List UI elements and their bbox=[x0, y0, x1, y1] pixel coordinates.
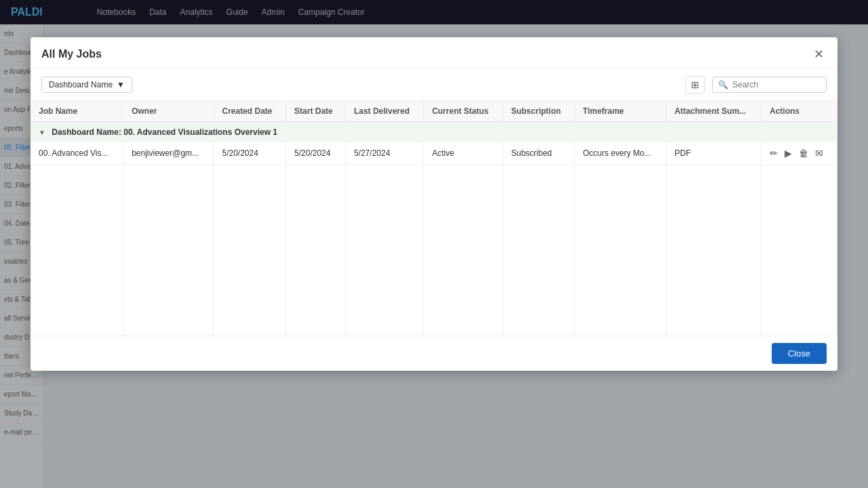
col-created-date: Created Date bbox=[214, 101, 286, 122]
search-box: 🔍 bbox=[712, 77, 827, 93]
cell-actions: ✏ ▶ 🗑 ✉ bbox=[762, 142, 837, 165]
group-toggle-icon[interactable]: ▼ bbox=[39, 129, 45, 136]
modal-toolbar: Dashboard Name ▼ ⊞ 🔍 bbox=[31, 69, 837, 101]
col-start-date: Start Date bbox=[286, 101, 346, 122]
empty-row-2 bbox=[31, 189, 837, 214]
empty-row-5 bbox=[31, 262, 837, 287]
table-body: ▼ Dashboard Name: 00. Advanced Visualiza… bbox=[31, 122, 837, 336]
modal-close-button[interactable]: ✕ bbox=[811, 47, 827, 62]
empty-row-1 bbox=[31, 165, 837, 189]
close-button[interactable]: Close bbox=[772, 343, 827, 364]
filter-dropdown-icon: ▼ bbox=[117, 80, 125, 89]
filter-label: Dashboard Name bbox=[49, 80, 113, 89]
columns-icon: ⊞ bbox=[691, 79, 699, 90]
col-job-name: Job Name bbox=[31, 101, 123, 122]
all-my-jobs-modal: All My Jobs ✕ Dashboard Name ▼ ⊞ 🔍 bbox=[31, 37, 837, 371]
modal-title: All My Jobs bbox=[41, 48, 102, 60]
col-subscription: Subscription bbox=[502, 101, 574, 122]
cell-created-date: 5/20/2024 bbox=[214, 142, 286, 165]
col-owner: Owner bbox=[123, 101, 214, 122]
col-attachment-sum: Attachment Sum... bbox=[666, 101, 761, 122]
table-row: 00. Advanced Vis... benjiviewer@gm... 5/… bbox=[31, 142, 837, 165]
cell-start-date: 5/20/2024 bbox=[286, 142, 346, 165]
cell-current-status: Active bbox=[424, 142, 503, 165]
filter-button[interactable]: Dashboard Name ▼ bbox=[41, 77, 132, 93]
search-icon: 🔍 bbox=[718, 80, 728, 89]
cell-subscription: Subscribed bbox=[502, 142, 574, 165]
empty-row-6 bbox=[31, 287, 837, 311]
empty-row-4 bbox=[31, 238, 837, 262]
cell-owner: benjiviewer@gm... bbox=[123, 142, 214, 165]
cell-job-name: 00. Advanced Vis... bbox=[31, 142, 123, 165]
modal-header: All My Jobs ✕ bbox=[31, 37, 837, 69]
group-row: ▼ Dashboard Name: 00. Advanced Visualiza… bbox=[31, 122, 837, 143]
col-current-status: Current Status bbox=[424, 101, 503, 122]
toolbar-right: ⊞ 🔍 bbox=[685, 76, 827, 94]
col-timeframe: Timeframe bbox=[574, 101, 666, 122]
edit-icon[interactable]: ✏ bbox=[770, 148, 778, 159]
group-row-cell: ▼ Dashboard Name: 00. Advanced Visualiza… bbox=[31, 122, 837, 143]
modal-footer: Close bbox=[31, 336, 837, 371]
empty-row-3 bbox=[31, 214, 837, 238]
delete-icon[interactable]: 🗑 bbox=[799, 148, 808, 159]
cell-last-delivered: 5/27/2024 bbox=[345, 142, 423, 165]
columns-toggle-button[interactable]: ⊞ bbox=[685, 76, 705, 94]
email-icon[interactable]: ✉ bbox=[815, 148, 823, 159]
table-container: Job Name Owner Created Date Start Date L… bbox=[31, 101, 837, 336]
col-last-delivered: Last Delivered bbox=[345, 101, 423, 122]
empty-row-7 bbox=[31, 311, 837, 336]
cell-attachment-sum: PDF bbox=[666, 142, 761, 165]
action-icons: ✏ ▶ 🗑 ✉ bbox=[770, 148, 829, 159]
col-actions: Actions bbox=[762, 101, 837, 122]
jobs-table: Job Name Owner Created Date Start Date L… bbox=[31, 101, 837, 336]
cell-timeframe: Occurs every Mo... bbox=[574, 142, 666, 165]
modal-overlay: All My Jobs ✕ Dashboard Name ▼ ⊞ 🔍 bbox=[0, 0, 868, 488]
table-header: Job Name Owner Created Date Start Date L… bbox=[31, 101, 837, 122]
run-icon[interactable]: ▶ bbox=[785, 148, 792, 159]
search-input[interactable] bbox=[732, 80, 821, 89]
group-row-label: Dashboard Name: 00. Advanced Visualizati… bbox=[52, 127, 277, 137]
